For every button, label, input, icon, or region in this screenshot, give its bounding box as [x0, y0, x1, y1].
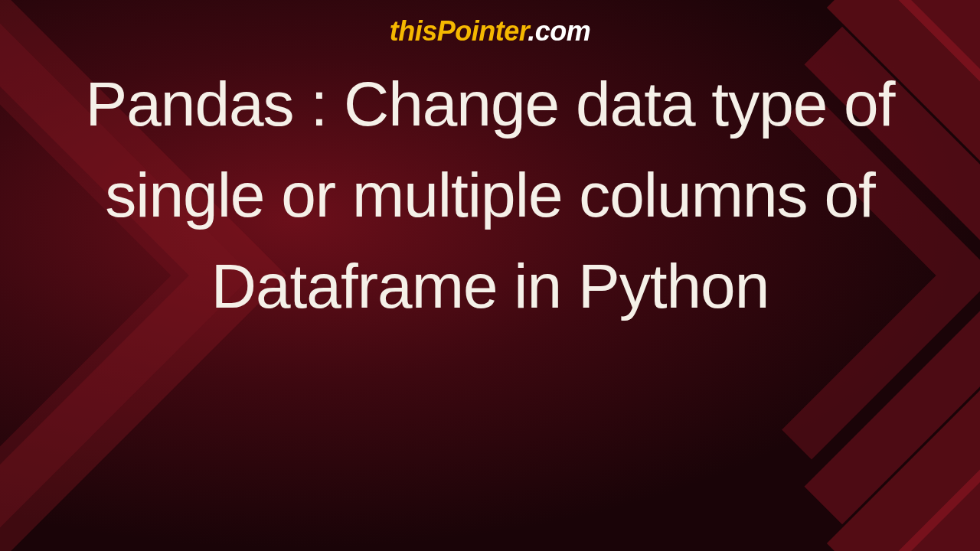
brand-part-this: this: [390, 15, 437, 47]
brand-part-com: com: [535, 15, 591, 47]
content-container: thisPointer.com Pandas : Change data typ…: [0, 0, 980, 551]
brand-logo: thisPointer.com: [390, 15, 591, 47]
brand-part-dot: .: [528, 15, 535, 47]
brand-part-pointer: Pointer: [437, 15, 528, 47]
page-title: Pandas : Change data type of single or m…: [0, 59, 980, 332]
